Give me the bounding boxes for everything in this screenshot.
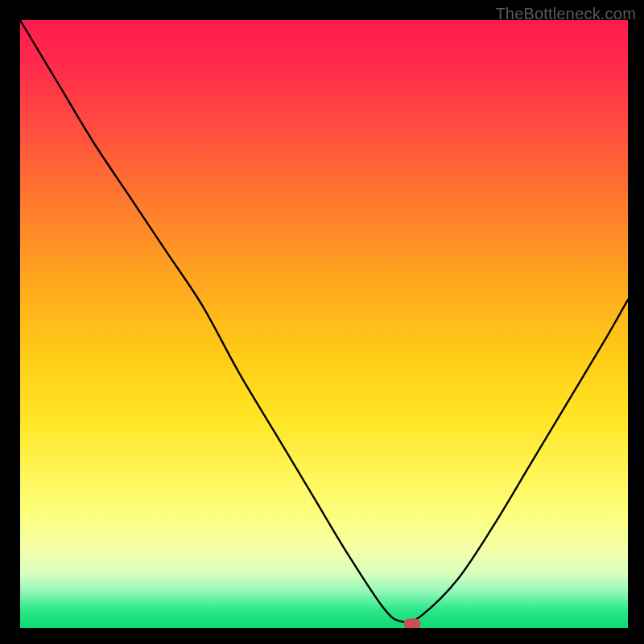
chart-frame: TheBottleneck.com <box>0 0 644 644</box>
watermark-text: TheBottleneck.com <box>495 5 636 23</box>
plot-area <box>20 20 628 628</box>
selected-point-marker <box>404 619 421 629</box>
curve-path <box>20 20 628 622</box>
bottleneck-curve <box>20 20 628 628</box>
